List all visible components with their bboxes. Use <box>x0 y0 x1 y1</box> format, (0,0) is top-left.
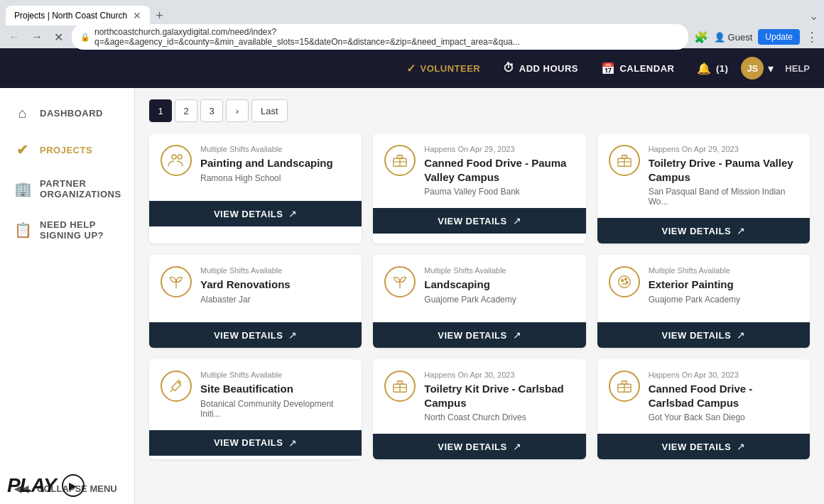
user-initials: JS <box>747 63 758 74</box>
view-details-button[interactable]: VIEW DETAILS ↗ <box>373 208 585 234</box>
card-org: Ramona High School <box>200 173 350 183</box>
view-details-button[interactable]: VIEW DETAILS ↗ <box>149 430 362 456</box>
card-badge: Happens On Apr 30, 2023 <box>424 371 574 379</box>
page-2-button[interactable]: 2 <box>175 99 197 122</box>
card-icon-gift <box>609 371 640 402</box>
external-link-icon: ↗ <box>737 225 745 236</box>
new-tab-button[interactable]: + <box>150 6 169 26</box>
app-header: ✓ VOLUNTEER ⏱ ADD HOURS 📅 CALENDAR 🔔 (1)… <box>0 48 824 88</box>
calendar-label: CALENDAR <box>619 63 674 74</box>
browser-chrome: Projects | North Coast Church ✕ + ⌄ ← → … <box>0 0 824 48</box>
view-details-button[interactable]: VIEW DETAILS ↗ <box>597 218 810 243</box>
profile-area[interactable]: 👤 Guest <box>714 32 753 43</box>
sidebar-item-dashboard[interactable]: ⌂ DASHBOARD <box>0 95 134 131</box>
view-details-button[interactable]: VIEW DETAILS ↗ <box>149 322 362 348</box>
view-details-label: VIEW DETAILS <box>662 330 731 341</box>
sidebar-item-partner-orgs[interactable]: 🏢 PARTNER ORGANIZATIONS <box>0 168 134 209</box>
card-org: Guajome Park Academy <box>424 295 574 305</box>
browser-menu-button[interactable]: ⋮ <box>806 29 818 45</box>
project-card: Multiple Shifts Available Yard Renovatio… <box>149 255 362 348</box>
svg-point-6 <box>624 278 627 280</box>
card-title: Canned Food Drive - Carlsbad Campus <box>649 382 798 410</box>
view-details-button[interactable]: VIEW DETAILS ↗ <box>149 201 362 226</box>
view-details-label: VIEW DETAILS <box>438 330 506 341</box>
help-label[interactable]: HELP <box>785 63 810 74</box>
url-bar[interactable]: 🔒 northcoastchurch.galaxydigital.com/nee… <box>72 24 688 50</box>
app-body: ⌂ DASHBOARD ✔ PROJECTS 🏢 PARTNER ORGANIZ… <box>0 88 824 504</box>
svg-point-5 <box>622 280 624 282</box>
card-badge: Happens On Apr 30, 2023 <box>649 371 798 379</box>
card-icon-plant <box>384 266 416 297</box>
external-link-icon: ↗ <box>513 215 521 226</box>
card-org: Guajome Park Academy <box>649 295 798 305</box>
view-details-button[interactable]: VIEW DETAILS ↗ <box>597 322 810 348</box>
volunteer-nav-item[interactable]: ✓ VOLUNTEER <box>396 56 490 81</box>
play-icon: ▶ <box>69 480 77 491</box>
card-org: North Coast Church Drives <box>424 412 574 422</box>
card-info: Multiple Shifts Available Yard Renovatio… <box>200 266 350 305</box>
view-details-label: VIEW DETAILS <box>214 209 283 219</box>
calendar-nav-item[interactable]: 📅 CALENDAR <box>591 56 684 81</box>
view-details-label: VIEW DETAILS <box>438 442 506 452</box>
page-3-button[interactable]: 3 <box>200 99 223 122</box>
notifications-nav-item[interactable]: 🔔 (1) <box>687 56 738 81</box>
card-body: Happens On Apr 29, 2023 Canned Food Driv… <box>373 133 585 208</box>
forward-button[interactable]: → <box>28 29 45 45</box>
card-body: Happens On Apr 29, 2023 Toiletry Drive -… <box>597 133 810 218</box>
view-details-label: VIEW DETAILS <box>214 437 283 448</box>
back-button[interactable]: ← <box>6 29 23 45</box>
page-1-button[interactable]: 1 <box>149 99 172 122</box>
card-badge: Multiple Shifts Available <box>424 266 574 275</box>
view-details-button[interactable]: VIEW DETAILS ↗ <box>597 434 810 459</box>
page-last-button[interactable]: Last <box>251 99 288 122</box>
sidebar-item-projects[interactable]: ✔ PROJECTS <box>0 131 134 168</box>
sidebar-item-label: DASHBOARD <box>40 108 103 119</box>
view-details-label: VIEW DETAILS <box>214 330 283 341</box>
update-button[interactable]: Update <box>758 29 800 45</box>
view-details-button[interactable]: VIEW DETAILS ↗ <box>373 322 585 348</box>
card-badge: Happens On Apr 29, 2023 <box>649 145 798 153</box>
view-details-label: VIEW DETAILS <box>662 442 731 452</box>
building-icon: 🏢 <box>14 180 31 197</box>
project-card: Multiple Shifts Available Landscaping Gu… <box>373 255 585 348</box>
page-next-button[interactable]: › <box>226 99 249 122</box>
external-link-icon: ↗ <box>737 441 745 452</box>
active-tab[interactable]: Projects | North Coast Church ✕ <box>6 6 150 26</box>
lock-icon: 🔒 <box>80 33 90 42</box>
card-badge: Happens On Apr 29, 2023 <box>424 145 574 153</box>
card-info: Happens On Apr 30, 2023 Canned Food Driv… <box>649 371 798 422</box>
add-hours-nav-item[interactable]: ⏱ ADD HOURS <box>493 56 588 80</box>
card-badge: Multiple Shifts Available <box>200 371 350 379</box>
avatar-dropdown-icon[interactable]: ▾ <box>768 62 774 75</box>
card-badge: Multiple Shifts Available <box>200 145 350 153</box>
card-badge: Multiple Shifts Available <box>200 266 350 275</box>
tab-more-button[interactable]: ⌄ <box>809 9 818 23</box>
card-org: Alabaster Jar <box>200 295 350 305</box>
card-icon-gift <box>384 371 416 402</box>
user-avatar[interactable]: JS <box>741 57 764 80</box>
play-text: PLAY <box>7 474 56 497</box>
project-card: Happens On Apr 30, 2023 Canned Food Driv… <box>597 359 810 459</box>
card-body: Multiple Shifts Available Painting and L… <box>149 133 362 201</box>
card-body: Multiple Shifts Available Exterior Paint… <box>597 255 810 322</box>
card-info: Multiple Shifts Available Site Beautific… <box>200 371 350 419</box>
card-body: Happens On Apr 30, 2023 Toiletry Kit Dri… <box>373 359 585 434</box>
play-button[interactable]: ▶ <box>62 474 85 497</box>
card-org: Got Your Back San Diego <box>649 412 798 422</box>
card-info: Multiple Shifts Available Landscaping Gu… <box>424 266 574 305</box>
card-title: Painting and Landscaping <box>200 156 350 170</box>
project-card: Happens On Apr 29, 2023 Canned Food Driv… <box>373 133 585 243</box>
card-icon-plant <box>161 266 192 297</box>
project-card: Happens On Apr 29, 2023 Toiletry Drive -… <box>597 133 810 243</box>
browser-right-controls: 🧩 👤 Guest Update ⋮ <box>694 29 818 45</box>
play-overlay[interactable]: PLAY ▶ <box>7 474 85 497</box>
tab-close-button[interactable]: ✕ <box>133 10 141 21</box>
card-body: Multiple Shifts Available Yard Renovatio… <box>149 255 362 322</box>
notifications-label: (1) <box>716 63 728 74</box>
reload-button[interactable]: ✕ <box>51 29 66 45</box>
card-title: Canned Food Drive - Pauma Valley Campus <box>424 156 574 184</box>
add-hours-icon: ⏱ <box>503 62 515 75</box>
clipboard-icon: 📋 <box>14 221 31 239</box>
view-details-button[interactable]: VIEW DETAILS ↗ <box>373 434 585 459</box>
sidebar-item-need-help[interactable]: 📋 NEED HELP SIGNING UP? <box>0 209 134 251</box>
